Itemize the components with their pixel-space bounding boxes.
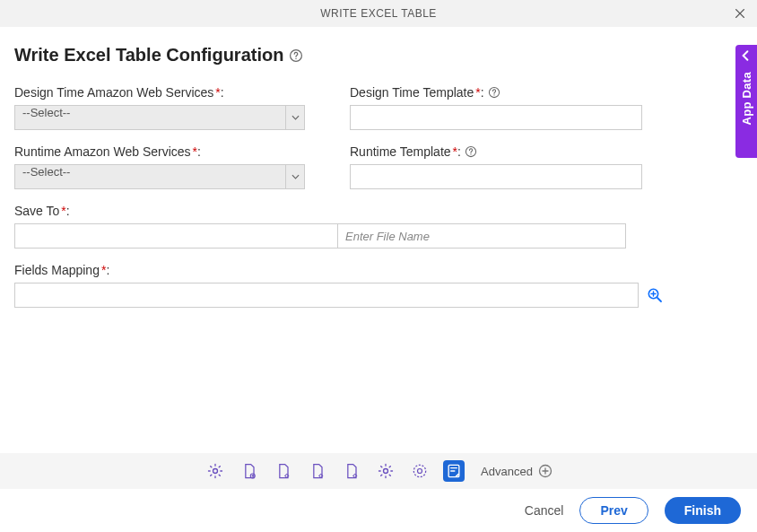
close-icon[interactable] [732,5,748,22]
svg-point-5 [470,153,471,154]
runtime-aws-select[interactable]: --Select-- [14,164,305,189]
footer: Cancel Prev Finish [0,489,757,532]
titlebar: WRITE EXCEL TABLE [0,0,757,27]
app-data-panel-toggle[interactable]: App Data [735,45,757,158]
advanced-toggle[interactable]: Advanced [481,464,553,478]
save-to-label: Save To [14,204,59,218]
wizard-nav: Advanced [0,453,757,489]
svg-point-1 [296,57,297,58]
app-data-panel-label: App Data [740,72,753,125]
save-to-path-input[interactable] [14,223,337,249]
save-to-filename-input[interactable] [337,223,626,249]
design-time-template-input[interactable] [350,105,642,130]
window-title: WRITE EXCEL TABLE [320,7,437,20]
form-edit-icon[interactable] [443,460,465,482]
gear-icon[interactable] [375,460,396,482]
gear-icon[interactable] [204,460,226,482]
fields-mapping-input[interactable] [14,283,639,308]
help-icon[interactable] [465,145,477,158]
runtime-aws-label: Runtime Amazon Web Services [14,144,191,159]
svg-point-7 [213,469,218,474]
svg-point-12 [384,469,388,474]
svg-point-13 [413,465,425,476]
gear-outline-icon[interactable] [409,460,431,482]
file-add-icon[interactable] [239,460,260,482]
fields-mapping-label: Fields Mapping [14,263,100,277]
prev-button[interactable]: Prev [579,497,648,524]
design-time-aws-select[interactable]: --Select-- [14,105,305,130]
runtime-template-label: Runtime Template [350,144,451,159]
cancel-button[interactable]: Cancel [525,503,564,518]
plus-circle-icon [538,464,553,478]
svg-point-3 [493,94,494,95]
finish-button[interactable]: Finish [665,497,741,524]
runtime-template-input[interactable] [350,164,642,189]
design-time-aws-label: Design Time Amazon Web Services [14,85,213,100]
advanced-label: Advanced [481,465,533,478]
design-time-template-label: Design Time Template [350,85,474,100]
help-icon[interactable] [488,86,500,99]
chevron-left-icon [740,50,753,63]
help-icon[interactable] [289,48,303,63]
file-gear-icon[interactable] [273,460,294,482]
page-title: Write Excel Table Configuration [14,45,283,65]
file-config-icon[interactable] [307,460,328,482]
mapping-lookup-icon[interactable] [646,286,664,304]
file-settings-icon[interactable] [341,460,362,482]
svg-point-14 [418,469,422,474]
